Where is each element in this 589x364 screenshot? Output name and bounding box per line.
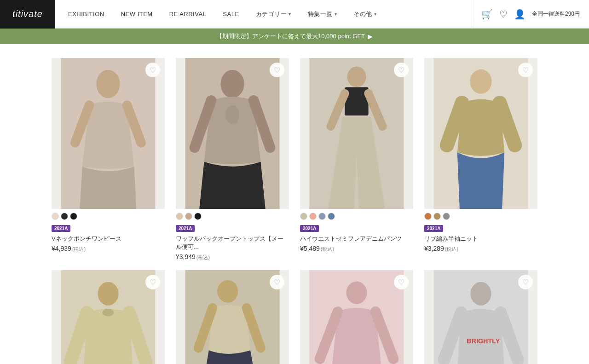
color-swatches: [176, 213, 289, 220]
color-swatch[interactable]: [300, 213, 307, 220]
product-image: ♡: [300, 58, 413, 209]
color-swatch[interactable]: [194, 213, 202, 220]
product-name: ワッフルバックオープントップス【メール便可...: [176, 235, 289, 251]
shipping-label: 全国一律送料290円: [532, 10, 580, 18]
color-swatch[interactable]: [61, 213, 68, 220]
product-name: リブ編み半袖ニット: [424, 235, 537, 243]
tax-label: (税込): [445, 246, 458, 252]
product-image: BRIGHTLY ♡: [424, 270, 537, 364]
color-swatch[interactable]: [318, 213, 326, 220]
nav-re-arrival[interactable]: RE ARRIVAL: [161, 0, 215, 29]
product-card-3[interactable]: ♡ 2021A ハイウエストセミフレアデニムパンツ ¥5,489(税込): [294, 53, 419, 266]
product-price: ¥4,939(税込): [52, 245, 165, 253]
color-swatch[interactable]: [424, 213, 432, 220]
svg-point-15: [470, 69, 491, 94]
product-card-1[interactable]: ♡ 2021A Vネックポンチワンピース ¥4,939(税込): [46, 53, 170, 266]
svg-point-22: [103, 309, 114, 316]
chevron-down-icon: ▾: [374, 12, 377, 17]
chevron-down-icon: ▾: [335, 12, 337, 17]
color-swatch[interactable]: [70, 213, 77, 220]
heart-icon: ♡: [274, 66, 280, 75]
product-image: ♡: [424, 58, 537, 209]
heart-icon: ♡: [398, 66, 404, 75]
product-name: ハイウエストセミフレアデニムパンツ: [300, 235, 413, 243]
wishlist-button[interactable]: ♡: [518, 63, 533, 77]
product-badge: 2021A: [424, 225, 443, 232]
account-icon[interactable]: 👤: [514, 9, 525, 20]
svg-point-8: [225, 105, 240, 124]
tax-label: (税込): [72, 246, 86, 252]
svg-point-1: [96, 70, 120, 98]
product-image: ♡: [52, 270, 165, 364]
header-right: 🛒 ♡ 👤 全国一律送料290円: [472, 0, 589, 29]
product-card-7[interactable]: ♡ 2021A バックプリーツカーディガン ¥3,800(税込): [294, 266, 419, 364]
product-image: ♡: [176, 58, 289, 209]
product-image: ♡: [52, 58, 165, 209]
cart-icon[interactable]: 🛒: [481, 9, 493, 20]
product-card-8[interactable]: BRIGHTLY ♡ 2021A BRIGHTLYスウェット ¥3,600(税込…: [419, 266, 543, 364]
color-swatches: [300, 213, 413, 220]
heart-icon: ♡: [398, 278, 404, 287]
color-swatch[interactable]: [52, 213, 59, 220]
nav-sale[interactable]: SALE: [214, 0, 247, 29]
svg-point-10: [347, 66, 366, 87]
wishlist-button[interactable]: ♡: [394, 63, 409, 77]
color-swatch[interactable]: [185, 213, 192, 220]
color-swatch[interactable]: [309, 213, 317, 220]
promo-banner[interactable]: 【期間限定】アンケートに答えて最大10,000 point GET ▶: [0, 29, 589, 44]
product-image: ♡: [300, 270, 413, 364]
product-image: ♡: [176, 270, 289, 364]
product-price: ¥3,949(税込): [176, 253, 289, 261]
product-badge: 2021A: [176, 225, 195, 232]
tax-label: (税込): [196, 254, 210, 260]
product-grid: ♡ 2021A Vネックポンチワンピース ¥4,939(税込) ♡ 2021A …: [0, 44, 589, 364]
nav-exhibition[interactable]: EXHIBITION: [60, 0, 113, 29]
nav-features[interactable]: 特集一覧 ▾: [300, 0, 346, 29]
svg-point-24: [217, 280, 238, 303]
nav-new-item[interactable]: NEW ITEM: [113, 0, 161, 29]
color-swatch[interactable]: [443, 213, 450, 220]
color-swatch[interactable]: [433, 213, 441, 220]
product-card-5[interactable]: ♡ 2021A パーカー ¥4,500(税込): [46, 266, 170, 364]
heart-icon: ♡: [274, 278, 280, 287]
main-nav: EXHIBITION NEW ITEM RE ARRIVAL SALE カテゴリ…: [55, 0, 472, 28]
svg-point-19: [98, 282, 118, 306]
product-price: ¥3,289(税込): [424, 245, 537, 253]
product-badge: 2021A: [52, 225, 70, 232]
product-card-6[interactable]: ♡ 2021A ワイドパンツ ¥4,200(税込): [170, 266, 294, 364]
nav-other[interactable]: その他 ▾: [345, 0, 385, 29]
product-name: Vネックポンチワンピース: [52, 235, 165, 243]
color-swatches: [424, 213, 537, 220]
product-card-2[interactable]: ♡ 2021A ワッフルバックオープントップス【メール便可... ¥3,949(…: [170, 53, 294, 266]
wishlist-icon[interactable]: ♡: [499, 9, 508, 20]
banner-arrow-icon: ▶: [368, 33, 373, 40]
product-price: ¥5,489(税込): [300, 245, 413, 253]
svg-point-28: [346, 282, 367, 304]
wishlist-button[interactable]: ♡: [145, 63, 160, 77]
logo-area[interactable]: titivate: [0, 0, 55, 29]
site-header: titivate EXHIBITION NEW ITEM RE ARRIVAL …: [0, 0, 589, 29]
color-swatch[interactable]: [328, 213, 335, 220]
product-card-4[interactable]: ♡ 2021A リブ編み半袖ニット ¥3,289(税込): [419, 53, 543, 266]
heart-icon: ♡: [150, 66, 156, 75]
svg-point-32: [470, 282, 491, 306]
nav-category[interactable]: カテゴリー ▾: [248, 0, 300, 29]
chevron-down-icon: ▾: [289, 12, 291, 17]
product-badge: 2021A: [300, 225, 319, 232]
svg-point-5: [220, 70, 244, 98]
wishlist-button[interactable]: ♡: [270, 63, 284, 77]
color-swatch[interactable]: [176, 213, 183, 220]
heart-icon: ♡: [150, 278, 156, 287]
heart-icon: ♡: [522, 278, 529, 287]
logo: titivate: [12, 9, 43, 19]
banner-text: 【期間限定】アンケートに答えて最大10,000 point GET: [216, 32, 365, 40]
color-swatches: [52, 213, 165, 220]
tax-label: (税込): [321, 246, 334, 252]
heart-icon: ♡: [522, 66, 529, 75]
svg-text:BRIGHTLY: BRIGHTLY: [467, 337, 500, 345]
